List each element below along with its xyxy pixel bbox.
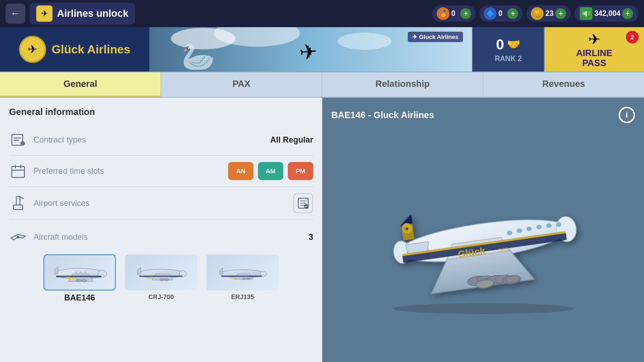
currency-value-3: 23 <box>545 10 553 18</box>
svg-point-3 <box>338 33 391 50</box>
svg-text:nes: nes <box>498 245 509 254</box>
tabs: General PAX Relationship Revenues <box>0 72 644 98</box>
svg-rect-15 <box>16 196 20 205</box>
airline-name: Glück Airlines <box>52 43 130 57</box>
aircraft-item-bae146[interactable]: Glück BAE146 <box>43 254 116 303</box>
calendar-svg-icon <box>11 164 25 178</box>
aircraft-models-icon <box>9 228 27 246</box>
currency-add-2[interactable]: + <box>507 8 518 19</box>
svg-rect-49 <box>221 276 262 277</box>
banner-logo-text: ✈ Gluck Airlines <box>408 32 463 42</box>
svg-text:✓: ✓ <box>305 205 308 208</box>
svg-marker-39 <box>138 267 141 274</box>
aircraft-models-section: Aircraft models 3 <box>9 222 313 307</box>
content: General information ✓ Contract types All… <box>0 98 644 362</box>
svg-text:Glück: Glück <box>229 276 237 279</box>
airline-header: ✈ Glück Airlines 🦢 ✈ ✈ Gluck Airlines <box>0 27 644 72</box>
aircraft-svg-icon <box>10 231 26 243</box>
svg-rect-32 <box>84 272 86 273</box>
currency-item-1: 🏅 0 + <box>432 5 476 22</box>
svg-text:Glück: Glück <box>147 276 154 279</box>
rank-box: 0 🤝 RANK 2 <box>472 27 544 71</box>
aircraft-label-erj135: ERJ135 <box>231 293 254 300</box>
right-header: BAE146 - Gluck Airlines i <box>331 107 635 123</box>
bae146-thumbnail: Glück <box>48 257 111 288</box>
slot-an-button[interactable]: AN <box>228 162 253 180</box>
airport-svg-icon <box>10 196 26 210</box>
cash-item: 💵 342,004 + <box>574 5 639 22</box>
aircraft-item-crj700[interactable]: Glück CRJ-700 <box>125 254 197 303</box>
currency-value-1: 0 <box>451 10 458 18</box>
crj700-thumbnail: Glück <box>129 257 193 288</box>
currency-add-1[interactable]: + <box>460 8 471 19</box>
contract-types-row: ✓ Contract types All Regular <box>9 124 313 156</box>
time-slots-label: Preferred time slots <box>33 167 220 176</box>
contract-icon: ✓ <box>9 131 27 149</box>
time-slot-buttons: AN AM PM <box>226 162 313 180</box>
title-icon: ✈ <box>36 5 52 22</box>
title-box: ✈ Airlines unlock <box>30 3 135 24</box>
currency-item-2: 🔷 0 + <box>479 5 523 22</box>
main-aircraft-svg: Glück nes <box>375 164 592 318</box>
slot-pm-button[interactable]: PM <box>288 162 313 180</box>
svg-point-52 <box>247 278 251 280</box>
aircraft-models-label: Aircraft models <box>33 233 302 242</box>
aircraft-models-count: 3 <box>309 233 313 242</box>
pass-icon: ✈ <box>588 31 601 48</box>
tab-relationship[interactable]: Relationship <box>322 72 483 97</box>
airline-pass-box[interactable]: 2 ✈ AIRLINE PASS <box>544 27 644 71</box>
aircraft-thumb-bae146: Glück <box>43 254 116 291</box>
contract-types-value: All Regular <box>270 135 313 145</box>
svg-point-43 <box>160 279 164 281</box>
tab-general[interactable]: General <box>0 72 161 97</box>
airline-logo-box: ✈ Glück Airlines <box>0 27 149 71</box>
back-button[interactable]: ← <box>5 4 25 24</box>
currency-add-3[interactable]: + <box>555 8 566 19</box>
top-bar: ← ✈ Airlines unlock 🏅 0 + 🔷 0 + 🏆 23 + 💵… <box>0 0 644 27</box>
svg-text:✈: ✈ <box>404 226 409 233</box>
airline-banner: 🦢 ✈ ✈ Gluck Airlines <box>149 27 472 71</box>
aircraft-label-crj700: CRJ-700 <box>148 293 174 300</box>
handshake-icon: 🤝 <box>507 38 520 51</box>
right-panel: BAE146 - Gluck Airlines i <box>322 98 644 362</box>
aircraft-thumb-erj135: Glück <box>206 254 279 291</box>
page-title: Airlines unlock <box>57 8 129 19</box>
svg-marker-28 <box>55 267 58 274</box>
svg-point-35 <box>76 279 81 282</box>
airport-services-row: Airport services ✓ <box>9 187 313 220</box>
svg-point-83 <box>393 303 574 314</box>
section-title: General information <box>9 107 313 117</box>
svg-text:Glück: Glück <box>66 276 75 280</box>
cash-add[interactable]: + <box>622 8 633 19</box>
airport-services-label: Airport services <box>33 199 287 208</box>
currency-icon-3: 🏆 <box>531 7 544 20</box>
svg-rect-11 <box>12 167 24 177</box>
time-slots-row: Preferred time slots AN AM PM <box>9 156 313 187</box>
svg-rect-33 <box>56 276 101 277</box>
svg-point-36 <box>81 279 87 282</box>
slot-am-button[interactable]: AM <box>258 162 283 180</box>
currency-item-3: 🏆 23 + <box>526 5 571 22</box>
svg-text:✈: ✈ <box>298 39 318 64</box>
svg-rect-41 <box>139 276 182 277</box>
svg-point-44 <box>164 279 169 281</box>
airport-services-button[interactable]: ✓ <box>293 193 313 213</box>
contract-types-label: Contract types <box>33 135 264 145</box>
left-panel: General information ✓ Contract types All… <box>0 98 322 362</box>
pass-text: AIRLINE PASS <box>576 48 612 68</box>
svg-rect-16 <box>14 205 23 210</box>
calendar-icon <box>9 162 27 180</box>
tab-pax[interactable]: PAX <box>161 72 322 97</box>
currency-icon-1: 🏅 <box>437 7 449 20</box>
pass-badge: 2 <box>626 31 639 43</box>
aircraft-list: Glück BAE146 <box>9 250 313 307</box>
info-button[interactable]: i <box>619 107 635 123</box>
contract-svg-icon: ✓ <box>11 133 25 146</box>
tab-revenues[interactable]: Revenues <box>483 72 644 97</box>
svg-point-25 <box>17 236 19 238</box>
aircraft-item-erj135[interactable]: Glück ERJ135 <box>206 254 279 303</box>
currency-value-2: 0 <box>498 10 506 18</box>
cash-icon: 💵 <box>580 7 592 20</box>
aircraft-label-bae146: BAE146 <box>64 293 95 303</box>
aircraft-thumb-crj700: Glück <box>125 254 197 291</box>
